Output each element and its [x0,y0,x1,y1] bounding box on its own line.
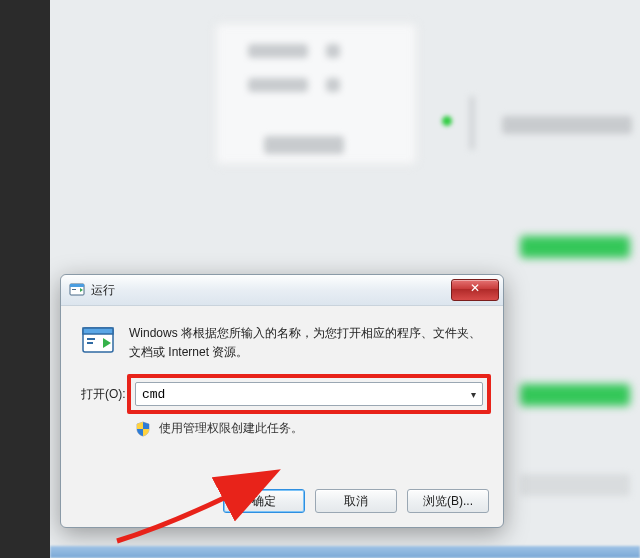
dialog-body: Windows 将根据您所输入的名称，为您打开相应的程序、文件夹、文档或 Int… [61,306,503,449]
taskbar [50,546,640,558]
background-blur [520,474,630,496]
svg-rect-1 [70,284,84,287]
close-button[interactable]: ✕ [451,279,499,301]
browse-button[interactable]: 浏览(B)... [407,489,489,513]
background-blur [520,384,630,406]
background-blur [248,78,308,92]
svg-rect-5 [83,328,113,334]
svg-rect-2 [72,289,76,290]
run-title-icon [69,282,85,298]
desktop-background: 运行 ✕ Windows 将根据您所输入的名称，为您打开相应的程序、文件夹、文档… [50,0,640,558]
status-dot-icon [442,116,452,126]
run-dialog: 运行 ✕ Windows 将根据您所输入的名称，为您打开相应的程序、文件夹、文档… [60,274,504,528]
svg-rect-6 [87,338,95,340]
background-blur [264,136,344,154]
ok-button[interactable]: 确定 [223,489,305,513]
background-blur [502,116,632,134]
dialog-title: 运行 [91,282,451,299]
run-program-icon [81,324,115,358]
background-blur [470,96,474,150]
dialog-description: Windows 将根据您所输入的名称，为您打开相应的程序、文件夹、文档或 Int… [129,324,483,362]
open-row: 打开(O): ▾ [81,382,483,406]
titlebar: 运行 ✕ [61,275,503,306]
close-icon: ✕ [470,281,480,295]
background-blur [248,44,308,58]
admin-note-text: 使用管理权限创建此任务。 [159,420,303,437]
background-blur [326,78,340,92]
shield-uac-icon [135,421,151,437]
open-combobox[interactable]: ▾ [135,382,483,406]
open-input[interactable] [136,384,464,404]
background-blur [520,236,630,258]
open-label: 打开(O): [81,386,135,403]
cancel-button[interactable]: 取消 [315,489,397,513]
chevron-down-icon[interactable]: ▾ [464,389,482,400]
svg-rect-7 [87,342,93,344]
description-row: Windows 将根据您所输入的名称，为您打开相应的程序、文件夹、文档或 Int… [81,324,483,362]
admin-note-row: 使用管理权限创建此任务。 [135,420,483,437]
background-blur [326,44,340,58]
button-row: 确定 取消 浏览(B)... [223,489,489,513]
open-field-wrapper: ▾ [135,382,483,406]
